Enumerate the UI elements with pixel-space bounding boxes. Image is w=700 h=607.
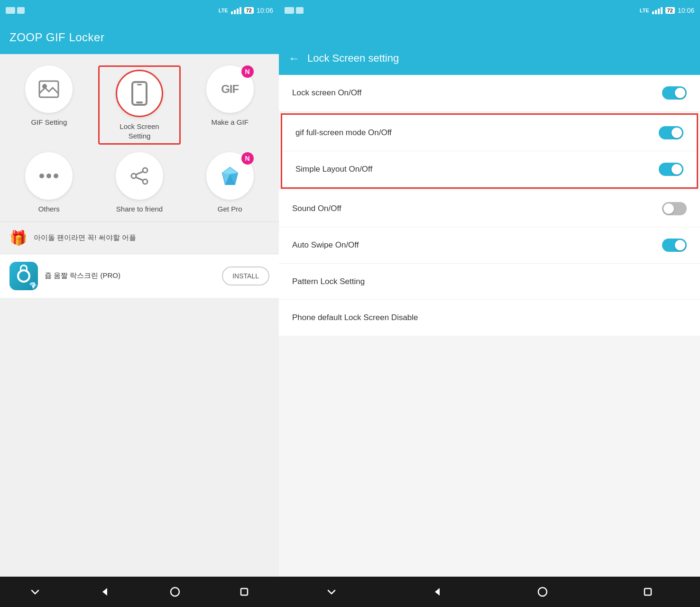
grid-item-get-pro[interactable]: N Get Pro — [188, 152, 271, 214]
simple-layout-toggle-knob — [672, 164, 682, 175]
nav-home[interactable] — [170, 587, 180, 597]
svg-point-6 — [131, 174, 136, 178]
new-badge-make-gif: N — [241, 65, 254, 78]
setting-sound-onoff[interactable]: Sound On/Off — [279, 191, 700, 227]
setting-pattern-lock[interactable]: Pattern Lock Setting — [279, 264, 700, 300]
svg-point-19 — [538, 588, 547, 596]
install-app-name: 쥽 움짤 락스크린 (PRO) — [45, 271, 215, 280]
svg-point-7 — [143, 179, 147, 184]
share-to-friend-label: Share to friend — [116, 204, 163, 214]
make-gif-label: Make a GIF — [211, 118, 248, 127]
others-label: Others — [38, 204, 60, 214]
gif-setting-label: GIF Setting — [31, 118, 67, 127]
setting-lock-screen-onoff[interactable]: Lock screen On/Off — [279, 75, 700, 111]
right-nav-back[interactable] — [432, 587, 442, 597]
setting-gif-fullscreen[interactable]: gif full-screen mode On/Off — [282, 115, 697, 151]
nav-square[interactable] — [239, 587, 249, 597]
setting-phone-default-lock[interactable]: Phone default Lock Screen Disable — [279, 300, 700, 336]
right-status-bar: LTE 72 10:06 — [279, 0, 700, 21]
gif-fullscreen-label: gif full-screen mode On/Off — [295, 128, 392, 138]
grid-item-gif-setting[interactable]: GIF Setting — [8, 65, 91, 145]
svg-line-9 — [136, 177, 143, 180]
simple-layout-toggle[interactable] — [659, 163, 683, 176]
right-panel: LTE 72 10:06 ← Lock Screen setting Lock … — [279, 0, 700, 607]
lock-screen-toggle[interactable] — [662, 86, 687, 100]
simple-layout-label: Simple Layout On/Off — [295, 165, 372, 174]
right-lte-label: LTE — [640, 8, 649, 13]
right-title: Lock Screen setting — [307, 52, 399, 64]
left-panel: LTE 72 10:06 ZOOP GIF Locker — [0, 0, 279, 607]
right-nav-square[interactable] — [643, 587, 653, 597]
time-display: 10:06 — [257, 7, 273, 14]
phone-icon — [131, 81, 148, 106]
share-icon — [130, 166, 149, 185]
others-icon-circle — [25, 152, 73, 200]
svg-rect-4 — [136, 101, 143, 103]
nav-back[interactable] — [100, 587, 110, 597]
install-app-icon: 💎 — [9, 262, 38, 290]
install-button[interactable]: INSTALL — [222, 267, 269, 285]
svg-rect-3 — [137, 84, 142, 85]
gif-fullscreen-toggle[interactable] — [659, 126, 683, 139]
phone-default-lock-label: Phone default Lock Screen Disable — [292, 313, 418, 322]
share-icon-circle — [116, 152, 163, 200]
right-signal-bar-3 — [658, 9, 660, 14]
lock-shackle — [20, 265, 28, 272]
grid-item-share-to-friend[interactable]: Share to friend — [98, 152, 181, 214]
right-signal-bar-2 — [655, 10, 657, 14]
svg-rect-2 — [132, 82, 147, 105]
svg-point-5 — [143, 168, 147, 173]
grid-item-make-a-gif[interactable]: GIF N Make a GIF — [188, 65, 271, 145]
setting-auto-swipe[interactable]: Auto Swipe On/Off — [279, 227, 700, 264]
back-button[interactable]: ← — [288, 52, 300, 65]
left-nav-bar — [0, 577, 279, 607]
dots-icon — [39, 174, 58, 178]
right-signal-bar-4 — [661, 7, 663, 14]
right-notification-icon-1 — [285, 7, 294, 14]
app-title: ZOOP GIF Locker — [9, 31, 104, 44]
promo-banner[interactable]: 🎁 아이돌 팬이라면 꼭! 써야할 어플 — [0, 222, 279, 254]
lte-label: LTE — [219, 8, 228, 13]
promo-icon: 🎁 — [9, 230, 27, 246]
nav-chevron-down[interactable] — [30, 587, 40, 597]
notification-icon-1 — [6, 7, 15, 14]
notification-icon-2 — [17, 7, 25, 14]
install-card: 💎 쥽 움짤 락스크린 (PRO) INSTALL — [0, 254, 279, 298]
svg-line-8 — [136, 172, 143, 175]
grid-item-others[interactable]: Others — [8, 152, 91, 214]
setting-simple-layout[interactable]: Simple Layout On/Off — [282, 151, 697, 187]
status-bar-left-icons — [6, 7, 25, 14]
svg-point-16 — [171, 588, 179, 596]
right-header: ← Lock Screen setting — [279, 21, 700, 75]
install-gem-icon: 💎 — [29, 282, 37, 289]
signal-bar-1 — [231, 11, 233, 14]
right-nav-bar — [279, 577, 700, 607]
auto-swipe-toggle[interactable] — [662, 239, 687, 252]
pattern-lock-label: Pattern Lock Setting — [292, 277, 365, 286]
right-nav-home[interactable] — [537, 587, 548, 597]
right-battery-indicator: 72 — [665, 7, 675, 14]
svg-marker-18 — [435, 588, 440, 596]
grid-item-lock-screen-setting[interactable]: Lock ScreenSetting — [98, 65, 181, 145]
sound-toggle[interactable] — [662, 202, 687, 215]
sound-toggle-knob — [663, 203, 674, 214]
gif-text-icon: GIF — [221, 83, 239, 96]
right-time-display: 10:06 — [678, 7, 694, 14]
battery-indicator: 72 — [244, 7, 254, 14]
signal-bar-3 — [237, 9, 239, 14]
highlighted-settings-group: gif full-screen mode On/Off Simple Layou… — [281, 113, 698, 189]
auto-swipe-label: Auto Swipe On/Off — [292, 240, 359, 250]
right-signal-bar-1 — [652, 11, 654, 14]
svg-rect-20 — [645, 589, 651, 595]
right-status-bar-left — [285, 7, 304, 14]
main-grid: GIF Setting Lock ScreenSetting GIF N Mak… — [0, 54, 279, 221]
promo-text: 아이돌 팬이라면 꼭! 써야할 어플 — [34, 233, 136, 242]
right-status-bar-right: LTE 72 10:06 — [640, 7, 694, 14]
svg-rect-0 — [39, 81, 58, 97]
signal-bar-2 — [234, 10, 236, 14]
get-pro-icon-circle: N — [206, 152, 254, 200]
sound-onoff-label: Sound On/Off — [292, 204, 341, 213]
lock-icon — [17, 269, 30, 283]
new-badge-get-pro: N — [241, 152, 254, 165]
right-nav-chevron-down[interactable] — [326, 587, 337, 597]
